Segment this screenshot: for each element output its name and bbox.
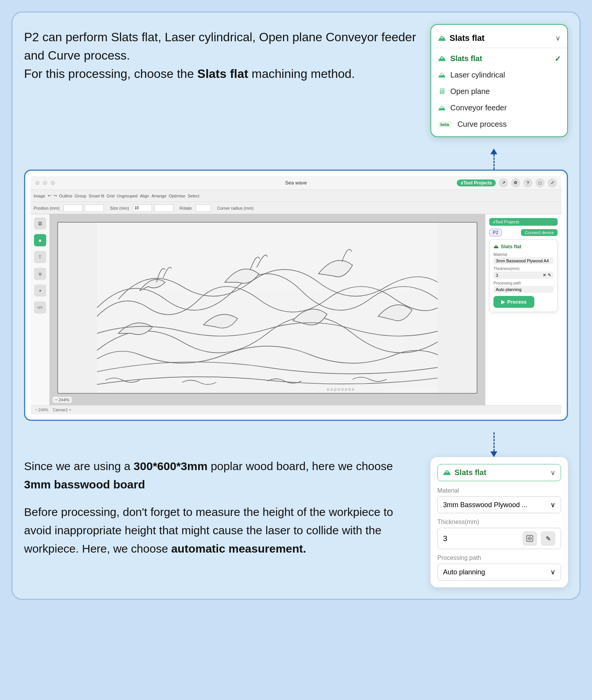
dropdown-item-curve-process[interactable]: beta Curve process: [431, 116, 567, 133]
size-w-input[interactable]: [133, 204, 152, 212]
beta-badge: beta: [438, 121, 451, 128]
sidebar-item-image[interactable]: 🖼: [34, 217, 46, 230]
sidebar-item-text[interactable]: T: [34, 251, 46, 263]
fullscreen-icon[interactable]: ⤢: [548, 178, 557, 188]
canvas-tab[interactable]: Canvas1 +: [53, 408, 71, 412]
top-description: P2 can perform Slats flat, Laser cylindr…: [24, 24, 419, 87]
process-play-icon: ▶: [501, 299, 505, 305]
bold-dimensions: 300*600*3mm: [134, 460, 208, 472]
sidebar-item-code[interactable]: </>: [34, 301, 46, 314]
sidebar-item-xart[interactable]: ✦: [34, 285, 46, 297]
canvas-area[interactable]: ο ο ρ ο ο ο ο ο ~ 244%: [50, 214, 485, 405]
bottom-section: Since we are using a 300*600*3mm poplar …: [24, 457, 568, 587]
bottom-para1: Since we are using a 300*600*3mm poplar …: [24, 457, 419, 494]
toolbar-group[interactable]: Group: [74, 194, 86, 198]
slats-flat-menu-icon: ⛰: [438, 54, 446, 63]
thickness-clear-icon[interactable]: ✕: [543, 273, 546, 278]
sidebar-item-section[interactable]: ⊞: [34, 268, 46, 280]
toolbar-undo[interactable]: ↩: [48, 193, 51, 198]
dropdown-item-conveyor-feeder[interactable]: ⛰ Conveyor feeder: [431, 100, 567, 116]
bottom-para2: Before processing, don't forget to measu…: [24, 503, 419, 558]
laser-cylindrical-icon: ⛰: [438, 71, 446, 79]
settings-icon[interactable]: ⚙: [511, 178, 520, 188]
method-icon: ⛰: [493, 244, 498, 249]
panel-method-selector[interactable]: ⛰ Slats flat ∨: [437, 464, 561, 481]
middle-app-section: Sea wave xTool Projects ↗ ⚙ ? □ ⤢ Image …: [24, 170, 568, 421]
material-label-small: Material: [493, 252, 553, 257]
machining-method-dropdown-card[interactable]: ⛰ Slats flat ∨ ⛰ Slats flat ✓ ⛰ Laser cy…: [430, 24, 568, 137]
panel-selector-left: ⛰ Slats flat: [443, 468, 486, 477]
thickness-edit-icon[interactable]: ✎: [548, 273, 551, 278]
size-label: Size (mm): [110, 206, 129, 210]
dropdown-item-laser-cylindrical[interactable]: ⛰ Laser cylindrical: [431, 67, 567, 83]
app-toolbar-row2: Position (mm) Size (mm) Rotate Corner ra…: [31, 202, 561, 214]
panel-path-dropdown[interactable]: Auto planning ∨: [437, 564, 561, 580]
dropdown-selected-row[interactable]: ⛰ Slats flat ∨: [431, 29, 567, 48]
toolbar-outline[interactable]: Outline: [59, 194, 73, 198]
conveyor-feeder-label: Conveyor feeder: [450, 103, 507, 112]
toolbar-redo[interactable]: ↪: [53, 193, 57, 198]
open-plane-icon: 🖥: [438, 87, 446, 96]
toolbar-arrange[interactable]: Arrange: [152, 194, 167, 198]
panel-path-chevron: ∨: [550, 568, 555, 576]
toolbar-optimise[interactable]: Optimise: [169, 194, 185, 198]
toolbar-smartfit[interactable]: Smart fit: [89, 194, 104, 198]
path-label-small: Processing path: [493, 281, 553, 285]
panel-thickness-label: Thickness(mm): [437, 519, 561, 525]
toolbar-image[interactable]: Image: [34, 194, 45, 198]
outer-card: P2 can perform Slats flat, Laser cylindr…: [11, 11, 581, 600]
position-label: Position (mm): [34, 206, 60, 210]
share-icon[interactable]: ↗: [499, 178, 508, 188]
panel-path-value: Auto planning: [443, 568, 485, 576]
material-value-small: 3mm Basswood Plywood A4: [493, 257, 553, 264]
toolbar-grid[interactable]: Grid: [107, 194, 115, 198]
xtool-projects-tag[interactable]: xTool Projects: [457, 179, 496, 186]
app-toolbar: Image ↩ ↪ Outline Group Smart fit Grid U…: [31, 190, 561, 202]
thickness-value-small: 3 ✕ ✎: [493, 272, 553, 279]
panel-chevron-icon: ∨: [550, 469, 555, 477]
path-value-small: Auto planning: [493, 286, 553, 293]
device-row: P2 Connect device: [489, 229, 558, 236]
slats-flat-settings-panel: ⛰ Slats flat ∨ Material 3mm Basswood Ply…: [430, 457, 568, 587]
p2-badge: P2: [489, 229, 502, 236]
rotate-input[interactable]: [196, 204, 211, 212]
check-mark-icon: ✓: [555, 54, 561, 63]
monitor-icon[interactable]: □: [535, 178, 545, 188]
dropdown-item-open-plane[interactable]: 🖥 Open plane: [431, 83, 567, 100]
dropdown-selected-label: Slats flat: [450, 33, 485, 43]
toolbar-ungrouped[interactable]: Ungrouped: [117, 194, 137, 198]
laser-cylindrical-label: Laser cylindrical: [450, 71, 505, 79]
panel-thickness-row: 3 ✎: [437, 528, 561, 549]
slats-flat-icon-selected: ⛰: [438, 34, 446, 43]
toolbar-align[interactable]: Align: [140, 194, 149, 198]
panel-material-dropdown[interactable]: 3mm Basswood Plywood ... ∨: [437, 496, 561, 513]
dashed-line-up: [493, 154, 495, 170]
panel-material-value: 3mm Basswood Plywood ...: [443, 501, 527, 509]
thickness-edit-button[interactable]: ✎: [541, 531, 555, 546]
sidebar-item-shape[interactable]: ◆: [34, 234, 46, 246]
toolbar-select[interactable]: Select: [188, 194, 199, 198]
arrow-tip-up-icon: [490, 149, 497, 154]
app-status-bar: ~ 244% Canvas1 +: [31, 405, 561, 414]
position-x-input[interactable]: [63, 204, 82, 212]
canvas-signature: ο ο ρ ο ο ο ο ο: [327, 387, 354, 391]
panel-method-label: Slats flat: [455, 468, 486, 477]
machine-settings-card: ⛰ Slats flat Material 3mm Basswood Plywo…: [489, 239, 558, 312]
size-h-input[interactable]: [154, 204, 173, 212]
app-sidebar: 🖼 ◆ T ⊞ ✦ </>: [31, 214, 50, 405]
zoom-indicator: ~ 244%: [53, 397, 72, 403]
dropdown-selected-left: ⛰ Slats flat: [438, 33, 485, 43]
dropdown-item-slats-flat[interactable]: ⛰ Slats flat ✓: [431, 50, 567, 67]
edit-pencil-icon: ✎: [546, 535, 551, 542]
help-icon[interactable]: ?: [523, 178, 532, 188]
description-text: P2 can perform Slats flat, Laser cylindr…: [24, 30, 416, 81]
bold-auto-measure: automatic measurement.: [171, 542, 306, 555]
dashed-line-down: [493, 432, 495, 451]
connect-device-button[interactable]: Connect device: [521, 229, 558, 236]
process-button[interactable]: ▶ Process: [493, 296, 534, 308]
thickness-measure-button[interactable]: [522, 531, 537, 546]
panel-path-label: Processing path: [437, 555, 561, 561]
wave-design-canvas: ο ο ρ ο ο ο ο ο: [57, 222, 477, 394]
svg-point-3: [529, 538, 531, 539]
position-y-input[interactable]: [85, 204, 104, 212]
